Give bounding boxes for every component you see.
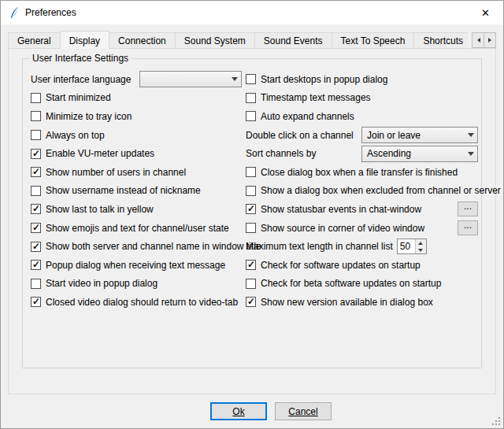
ok-button-label: Ok (232, 406, 244, 417)
checkbox[interactable] (31, 223, 41, 233)
titlebar[interactable]: Preferences ✕ (1, 1, 503, 24)
max-text-length-spinner[interactable]: 50 (397, 239, 427, 254)
checkbox-row-file-transfer-close[interactable]: Close dialog box when a file transfer is… (246, 163, 478, 182)
sort-channels-row: Sort channels by Ascending (246, 144, 478, 163)
max-text-length-label: Maximum text length in channel list (246, 241, 393, 252)
resize-grip[interactable] (491, 416, 501, 426)
checkbox[interactable] (246, 74, 256, 84)
tab-shortcuts[interactable]: Shortcuts (413, 32, 468, 49)
checkbox[interactable] (246, 167, 256, 177)
checkbox[interactable] (31, 297, 41, 307)
checkbox-row-vu-meter[interactable]: Enable VU-meter updates (31, 144, 242, 163)
checkbox-row-minimize-to-tray[interactable]: Minimize to tray icon (31, 107, 242, 126)
checkbox-label: Start video in popup dialog (46, 278, 158, 289)
ok-button[interactable]: Ok (210, 402, 267, 420)
checkbox-label: Popup dialog when receiving text message (46, 260, 225, 271)
spin-up-icon[interactable] (416, 239, 426, 246)
checkbox[interactable] (246, 93, 256, 103)
tab-general[interactable]: General (8, 32, 61, 49)
preferences-dialog: Preferences ✕ General Display Connection… (0, 0, 504, 429)
checkbox-row-start-minimized[interactable]: Start minimized (31, 89, 242, 108)
checkbox-label: Enable VU-meter updates (46, 148, 154, 159)
dialog-button-row: Ok Cancel (1, 402, 503, 420)
checkbox-label: Start desktops in popup dialog (261, 74, 387, 85)
close-button[interactable]: ✕ (468, 1, 503, 24)
checkbox[interactable] (31, 242, 41, 252)
checkbox-row-video-return-tab[interactable]: Closed video dialog should return to vid… (31, 293, 242, 312)
checkbox[interactable] (31, 186, 41, 196)
left-column: User interface language Start minimized … (31, 70, 242, 312)
checkbox-row-new-version-dialog[interactable]: Show new version available in dialog box (246, 293, 478, 312)
tab-bar: General Display Connection Sound System … (8, 31, 496, 49)
checkbox-row-check-beta-updates[interactable]: Check for beta software updates on start… (246, 275, 478, 294)
spinner-value: 50 (398, 239, 415, 253)
tab-pane: User Interface Settings User interface l… (8, 48, 496, 394)
checkbox-row-auto-expand[interactable]: Auto expand channels (246, 107, 478, 126)
tab-sound-events[interactable]: Sound Events (254, 32, 332, 49)
checkbox[interactable] (31, 111, 41, 121)
checkbox-label: Check for software updates on startup (261, 260, 421, 271)
tab-display[interactable]: Display (60, 31, 109, 49)
checkbox[interactable] (246, 223, 256, 233)
right-column: Start desktops in popup dialog Timestamp… (246, 70, 478, 312)
tab-scroll-right-icon[interactable] (484, 32, 496, 48)
checkbox-row-statusbar-events[interactable]: Show statusbar events in chat-window ... (246, 200, 478, 219)
cancel-button[interactable]: Cancel (275, 402, 332, 420)
checkbox[interactable] (31, 130, 41, 140)
spin-down-icon[interactable] (416, 246, 426, 253)
checkbox[interactable] (31, 149, 41, 159)
tab-sound-system[interactable]: Sound System (175, 32, 255, 49)
cancel-button-label: Cancel (288, 406, 317, 417)
group-title: User Interface Settings (30, 53, 131, 64)
checkbox[interactable] (246, 186, 256, 196)
checkbox-row-excluded-dialog[interactable]: Show a dialog box when excluded from cha… (246, 182, 478, 201)
checkbox[interactable] (246, 279, 256, 289)
checkbox-row-show-user-count[interactable]: Show number of users in channel (31, 163, 242, 182)
language-label: User interface language (31, 74, 131, 85)
checkbox-label: Show source in corner of video window (261, 223, 424, 234)
tab-label: Sound Events (264, 35, 323, 46)
tab-label: Text To Speech (341, 35, 406, 46)
sort-channels-combobox[interactable]: Ascending (361, 146, 478, 162)
checkbox[interactable] (246, 260, 256, 270)
statusbar-more-button[interactable]: ... (458, 202, 478, 216)
checkbox-label: Minimize to tray icon (46, 111, 132, 122)
checkbox[interactable] (246, 297, 256, 307)
checkbox-label: Start minimized (46, 92, 111, 103)
checkbox-label: Show username instead of nickname (46, 185, 201, 196)
checkbox-row-show-username[interactable]: Show username instead of nickname (31, 182, 242, 201)
sort-channels-label: Sort channels by (246, 148, 316, 159)
checkbox[interactable] (31, 260, 41, 270)
video-source-more-button[interactable]: ... (458, 220, 478, 235)
tab-label: General (17, 35, 51, 46)
checkbox-row-always-on-top[interactable]: Always on top (31, 126, 242, 145)
checkbox-row-popup-text-message[interactable]: Popup dialog when receiving text message (31, 256, 242, 275)
checkbox-row-video-popup[interactable]: Start video in popup dialog (31, 275, 242, 294)
max-text-length-row: Maximum text length in channel list 50 (246, 237, 478, 256)
checkbox-row-window-title[interactable]: Show both server and channel name in win… (31, 237, 242, 256)
language-combobox[interactable] (139, 71, 242, 87)
tab-label: Connection (118, 35, 166, 46)
double-click-combobox[interactable]: Join or leave (361, 127, 478, 143)
spinner-buttons (415, 239, 426, 253)
tab-text-to-speech[interactable]: Text To Speech (332, 32, 415, 49)
checkbox-row-check-updates[interactable]: Check for software updates on startup (246, 256, 478, 275)
combobox-value: Join or leave (367, 130, 421, 141)
checkbox-row-emojis[interactable]: Show emojis and text for channel/user st… (31, 219, 242, 238)
checkbox-row-last-to-talk[interactable]: Show last to talk in yellow (31, 200, 242, 219)
checkbox[interactable] (31, 279, 41, 289)
checkbox-label: Show last to talk in yellow (46, 204, 154, 215)
tab-scroll-left-icon[interactable] (472, 32, 484, 48)
tab-connection[interactable]: Connection (109, 32, 176, 49)
checkbox-row-timestamp[interactable]: Timestamp text messages (246, 89, 478, 108)
checkbox-label: Show both server and channel name in win… (46, 241, 261, 252)
checkbox-row-video-source-corner[interactable]: Show source in corner of video window ..… (246, 219, 478, 238)
checkbox-row-desktops-popup[interactable]: Start desktops in popup dialog (246, 70, 478, 89)
checkbox[interactable] (31, 167, 41, 177)
checkbox-label: Show emojis and text for channel/user st… (46, 223, 229, 234)
tab-label: Shortcuts (423, 35, 463, 46)
checkbox[interactable] (246, 204, 256, 214)
checkbox[interactable] (246, 111, 256, 121)
checkbox[interactable] (31, 204, 41, 214)
checkbox[interactable] (31, 93, 41, 103)
